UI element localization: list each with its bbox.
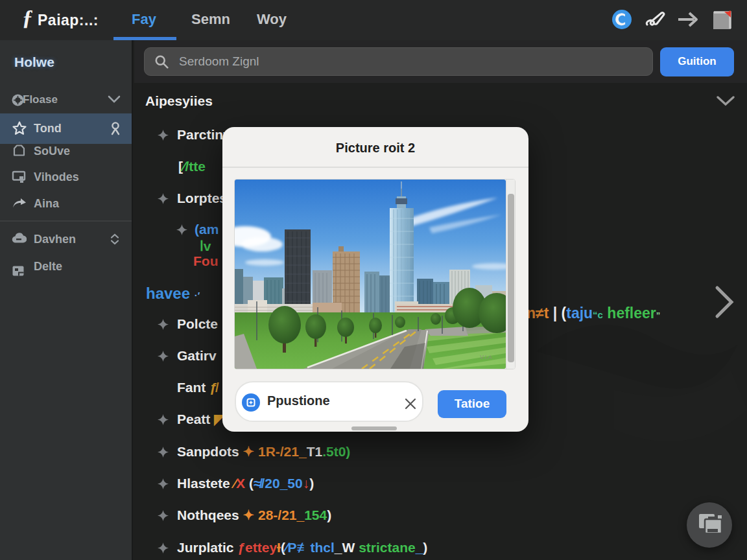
svg-text:V.I.A: V.I.A: [480, 354, 492, 360]
